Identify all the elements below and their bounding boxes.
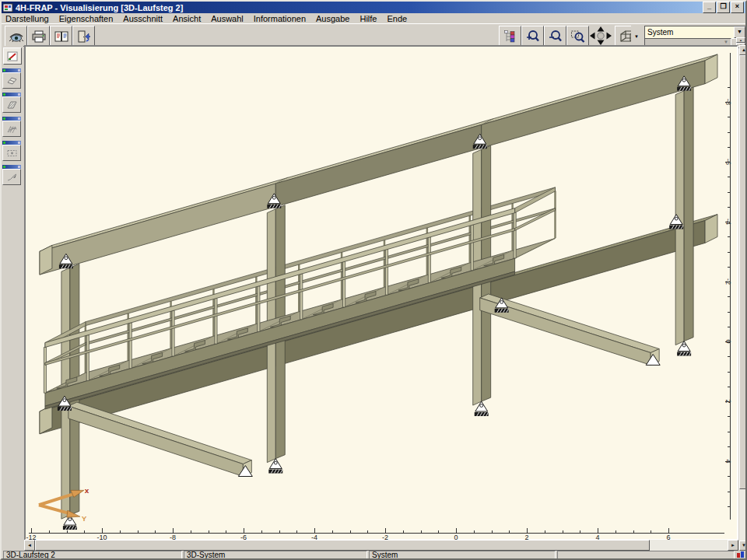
ruler-right-label: 0 [724, 339, 732, 343]
menu-item-hilfe[interactable]: Hilfe [359, 14, 377, 23]
status-field-mode: 3D-System [184, 551, 367, 559]
panel-caption[interactable] [2, 141, 21, 145]
zoom-in-icon [525, 30, 540, 44]
menu-item-ansicht[interactable]: Ansicht [173, 14, 201, 23]
pan-arrows-icon [589, 26, 612, 46]
exit-button[interactable] [72, 26, 95, 47]
book-pages-icon [54, 30, 69, 43]
zoom-out-icon [548, 30, 563, 44]
panel-caption[interactable] [2, 117, 21, 121]
app-window: 4H-FRAP - Visualisierung [3D-Laufsteg 2]… [0, 0, 747, 560]
section-tool-button[interactable] [2, 145, 21, 161]
menu-item-ende[interactable]: Ende [387, 14, 407, 23]
scroll-down-icon[interactable]: ▼ [739, 541, 747, 551]
app-icon [3, 3, 13, 12]
window-title: 4H-FRAP - Visualisierung [3D-Laufsteg 2] [16, 3, 183, 12]
zoom-window-icon [570, 30, 585, 44]
tool-sidebar [2, 46, 23, 548]
horizontal-scrollbar[interactable]: ◄ ► [24, 540, 738, 551]
chevron-down-icon[interactable]: ▼ [734, 26, 745, 38]
axis-y-label: Y [82, 514, 87, 523]
close-button[interactable]: × [731, 2, 744, 13]
status-field-extra [557, 551, 735, 559]
edit-pencil-icon [7, 51, 18, 61]
menu-bar: Darstellung Eigenschaften Ausschnitt Ans… [2, 13, 745, 23]
ruler-right-label: -2 [724, 278, 732, 285]
print-button[interactable] [27, 26, 50, 47]
ruler-right-label: -6 [724, 159, 732, 165]
mesh-icon [6, 124, 18, 134]
view-settings-button[interactable] [5, 26, 27, 47]
panel-caption[interactable] [2, 93, 21, 96]
mesh-tool-button[interactable] [2, 121, 21, 137]
axis-x-label: x [85, 486, 89, 495]
ruler-bottom: -12-10-8-6-4-20246 [26, 527, 728, 540]
panel-caption[interactable] [2, 165, 21, 169]
ruler-right-label: 2 [724, 399, 732, 403]
menu-item-eigenschaften[interactable]: Eigenschaften [59, 14, 114, 23]
spin-up-icon: ▲ [736, 37, 745, 43]
display-options-tree-icon [503, 30, 517, 44]
status-bar: 3D-Laufsteg 2 3D-System System [2, 551, 745, 560]
sheet-icon [6, 76, 18, 86]
3d-structure-view[interactable]: xY [26, 47, 728, 537]
brace-left[interactable] [68, 402, 251, 476]
system-combobox-value: System [645, 28, 734, 37]
minimize-button[interactable]: _ [703, 2, 716, 13]
zoom-out-button[interactable] [544, 26, 566, 47]
chevron-down-icon: ▼ [634, 34, 639, 39]
pan-control[interactable] [588, 26, 613, 45]
display-options-button[interactable] [499, 26, 521, 47]
spline-pen-icon [6, 173, 18, 182]
sheet-tool-button[interactable] [2, 72, 21, 89]
section-icon [6, 149, 18, 158]
ruler-right-label: 4 [724, 459, 732, 463]
ruler-right-label: -4 [724, 219, 732, 225]
app-indicator-icon [737, 551, 744, 558]
column-4[interactable] [675, 87, 693, 345]
status-field-view: System [369, 551, 556, 559]
zoom-in-button[interactable] [521, 26, 544, 47]
zoom-window-button[interactable] [566, 26, 589, 47]
scroll-left-icon[interactable]: ◄ [24, 540, 35, 551]
spline-tool-button[interactable] [2, 169, 21, 185]
menu-item-auswahl[interactable]: Auswahl [211, 14, 244, 23]
menu-item-informationen[interactable]: Informationen [254, 14, 306, 23]
edit-tool-button[interactable] [3, 47, 22, 65]
menu-item-ausschnitt[interactable]: Ausschnitt [123, 14, 163, 23]
toolbar: ▼ System ▼ ▼ ▲ ▼ [2, 23, 745, 47]
panel-caption[interactable] [2, 68, 21, 72]
menu-item-darstellung[interactable]: Darstellung [5, 14, 49, 23]
brace-right[interactable] [480, 294, 659, 365]
plate-tool-button[interactable] [2, 96, 21, 113]
printer-icon [31, 30, 47, 43]
menu-item-ausgabe[interactable]: Ausgabe [316, 14, 349, 23]
eye-view-icon [9, 30, 24, 43]
title-bar[interactable]: 4H-FRAP - Visualisierung [3D-Laufsteg 2]… [2, 2, 745, 13]
scroll-up-icon[interactable]: ▲ [739, 45, 747, 55]
view-3d-dropdown[interactable]: ▼ [631, 26, 642, 47]
vertical-scroll-thumb[interactable] [739, 55, 747, 489]
ruler-right: -8-6-4-2024 [721, 47, 738, 527]
plate-hatch-icon [6, 100, 18, 110]
system-combobox[interactable]: System ▼ [644, 26, 746, 39]
horizontal-scroll-thumb[interactable] [35, 540, 650, 551]
exit-door-icon [76, 30, 92, 43]
vertical-scrollbar[interactable]: ▲ ▼ [739, 45, 747, 551]
ruler-right-label: -8 [724, 99, 732, 105]
scroll-right-icon[interactable]: ► [728, 540, 738, 551]
viewport-canvas[interactable]: xY -12-10-8-6-4-20246 -8-6-4-2024 [24, 45, 738, 541]
status-field-project: 3D-Laufsteg 2 [3, 551, 182, 559]
maximize-button[interactable]: ❒ [717, 2, 730, 13]
report-button[interactable] [50, 26, 72, 47]
